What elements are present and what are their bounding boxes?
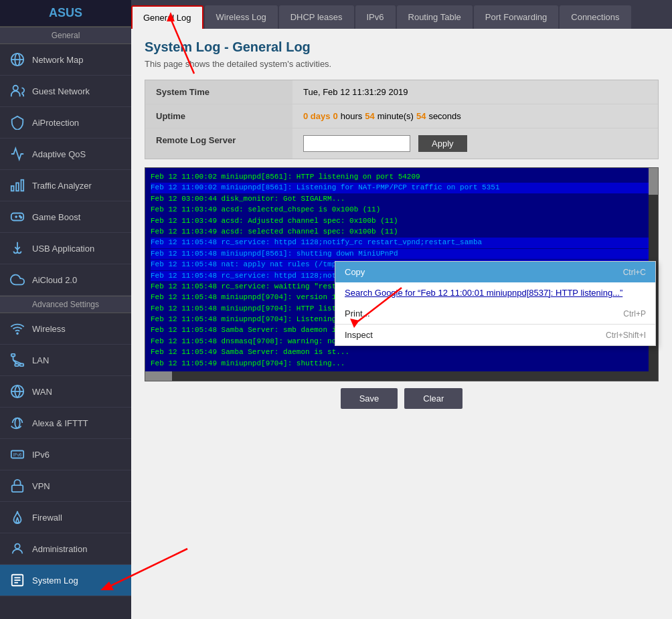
sidebar-item-lan[interactable]: LAN bbox=[0, 345, 131, 376]
page-title: System Log - General Log bbox=[145, 39, 659, 55]
svg-point-3 bbox=[13, 86, 18, 90]
ctx-inspect[interactable]: Inspect Ctrl+Shift+I bbox=[335, 325, 655, 345]
general-section-header: General bbox=[0, 27, 131, 44]
svg-rect-24 bbox=[12, 485, 23, 492]
ctx-search-label: Search Google for “Feb 12 11:00:01 miniu… bbox=[345, 288, 622, 298]
tab-wireless-log[interactable]: Wireless Log bbox=[205, 5, 278, 29]
ctx-print[interactable]: Print... Ctrl+P bbox=[335, 303, 655, 324]
globe-icon bbox=[8, 50, 27, 69]
sidebar-label: Wireless bbox=[32, 324, 66, 334]
svg-rect-6 bbox=[11, 186, 14, 191]
sidebar-label: System Log bbox=[32, 576, 78, 586]
wifi-icon bbox=[8, 319, 27, 338]
lan-icon bbox=[8, 351, 27, 369]
sidebar-label: Firewall bbox=[32, 513, 62, 523]
sidebar-item-ipv6[interactable]: IPv6 IPv6 bbox=[0, 439, 131, 470]
remote-log-input[interactable] bbox=[303, 135, 410, 152]
system-time-row: System Time Tue, Feb 12 11:31:29 2019 bbox=[145, 80, 658, 104]
sidebar-item-system-log[interactable]: System Log bbox=[0, 565, 131, 596]
sidebar-label: Game Boost bbox=[32, 212, 80, 222]
svg-rect-4 bbox=[21, 180, 24, 191]
clear-button[interactable]: Clear bbox=[404, 388, 463, 409]
system-time-value: Tue, Feb 12 11:31:29 2019 bbox=[292, 80, 418, 104]
ctx-copy[interactable]: Copy Ctrl+C bbox=[335, 262, 655, 282]
gamepad-icon bbox=[8, 207, 27, 226]
uptime-row: Uptime 0 days 0 hours 54 minute(s) 54 se… bbox=[145, 104, 658, 128]
sidebar-item-traffic-analyzer[interactable]: Traffic Analyzer bbox=[0, 170, 131, 201]
log-hscroll-thumb[interactable] bbox=[145, 371, 172, 381]
sidebar-label: Network Map bbox=[32, 55, 84, 65]
bar-chart-icon bbox=[8, 176, 27, 195]
cloud-icon bbox=[8, 270, 27, 289]
sidebar-label: WAN bbox=[32, 387, 52, 397]
ctx-print-label: Print... bbox=[345, 308, 370, 319]
sidebar-label: Adaptive QoS bbox=[32, 149, 86, 159]
tab-connections[interactable]: Connections bbox=[560, 5, 631, 29]
uptime-label: Uptime bbox=[145, 104, 292, 128]
ctx-inspect-label: Inspect bbox=[345, 330, 373, 340]
sidebar-item-guest-network[interactable]: Guest Network bbox=[0, 76, 131, 107]
remote-log-value: Apply bbox=[292, 128, 478, 159]
sidebar-label: USB Application bbox=[32, 244, 94, 254]
ctx-search-google[interactable]: Search Google for “Feb 12 11:00:01 miniu… bbox=[335, 282, 655, 303]
svg-rect-14 bbox=[15, 364, 18, 367]
sidebar-item-network-map[interactable]: Network Map bbox=[0, 44, 131, 76]
ctx-copy-label: Copy bbox=[345, 267, 365, 277]
sidebar-label: AiCloud 2.0 bbox=[32, 275, 77, 285]
remote-log-label: Remote Log Server bbox=[145, 128, 292, 159]
logo-text: ASUS bbox=[49, 6, 82, 20]
tabs-bar: General Log Wireless Log DHCP leases IPv… bbox=[131, 0, 672, 29]
info-table: System Time Tue, Feb 12 11:31:29 2019 Up… bbox=[145, 80, 659, 159]
sidebar-item-vpn[interactable]: VPN bbox=[0, 470, 131, 502]
log-horizontal-scrollbar[interactable] bbox=[145, 371, 649, 381]
svg-rect-13 bbox=[11, 354, 15, 357]
fire-icon bbox=[8, 508, 27, 527]
page-description: This page shows the detailed system's ac… bbox=[145, 59, 659, 69]
sidebar-label: IPv6 bbox=[32, 450, 50, 460]
sidebar-label: Alexa & IFTTT bbox=[32, 418, 88, 428]
sidebar: ASUS General Network Map Guest Network A… bbox=[0, 0, 131, 619]
sidebar-item-adaptive-qos[interactable]: Adaptive QoS bbox=[0, 139, 131, 170]
svg-point-12 bbox=[17, 333, 18, 334]
ctx-copy-shortcut: Ctrl+C bbox=[623, 268, 646, 277]
chart-icon bbox=[8, 145, 27, 163]
tab-general-log[interactable]: General Log bbox=[131, 5, 203, 29]
svg-rect-5 bbox=[16, 183, 19, 191]
shield-icon bbox=[8, 113, 27, 132]
save-button[interactable]: Save bbox=[341, 388, 398, 409]
usb-icon bbox=[8, 239, 27, 258]
sidebar-item-aiprotection[interactable]: AiProtection bbox=[0, 107, 131, 139]
sidebar-item-administration[interactable]: Administration bbox=[0, 533, 131, 565]
bottom-buttons: Save Clear bbox=[145, 388, 659, 409]
sidebar-label: LAN bbox=[32, 355, 49, 365]
alexa-icon bbox=[8, 414, 27, 432]
svg-point-21 bbox=[15, 418, 19, 428]
ipv6-icon: IPv6 bbox=[8, 445, 27, 464]
log-scroll-thumb[interactable] bbox=[649, 168, 658, 195]
people-icon bbox=[8, 82, 27, 100]
sidebar-item-wireless[interactable]: Wireless bbox=[0, 313, 131, 345]
svg-point-11 bbox=[21, 217, 22, 218]
sidebar-item-alexa-ifttt[interactable]: Alexa & IFTTT bbox=[0, 408, 131, 439]
tab-ipv6[interactable]: IPv6 bbox=[355, 5, 396, 29]
wan-icon bbox=[8, 382, 27, 401]
sidebar-item-usb-application[interactable]: USB Application bbox=[0, 233, 131, 264]
sidebar-item-wan[interactable]: WAN bbox=[0, 376, 131, 408]
tab-dhcp-leases[interactable]: DHCP leases bbox=[279, 5, 354, 29]
context-menu: Copy Ctrl+C Search Google for “Feb 12 11… bbox=[335, 261, 656, 346]
tab-routing-table[interactable]: Routing Table bbox=[397, 5, 473, 29]
sidebar-item-firewall[interactable]: Firewall bbox=[0, 502, 131, 533]
tab-port-forwarding[interactable]: Port Forwarding bbox=[474, 5, 558, 29]
remote-log-row: Remote Log Server Apply bbox=[145, 128, 658, 159]
svg-point-25 bbox=[15, 544, 19, 549]
sidebar-label: Guest Network bbox=[32, 86, 90, 96]
sidebar-item-game-boost[interactable]: Game Boost bbox=[0, 201, 131, 233]
ctx-print-shortcut: Ctrl+P bbox=[623, 309, 646, 319]
log-icon bbox=[8, 571, 27, 590]
uptime-value: 0 days 0 hours 54 minute(s) 54 seconds bbox=[292, 104, 472, 128]
apply-button[interactable]: Apply bbox=[418, 135, 467, 152]
sidebar-label: VPN bbox=[32, 481, 50, 491]
sidebar-item-aicloud[interactable]: AiCloud 2.0 bbox=[0, 264, 131, 296]
svg-rect-15 bbox=[20, 364, 23, 367]
sidebar-label: Traffic Analyzer bbox=[32, 181, 92, 191]
